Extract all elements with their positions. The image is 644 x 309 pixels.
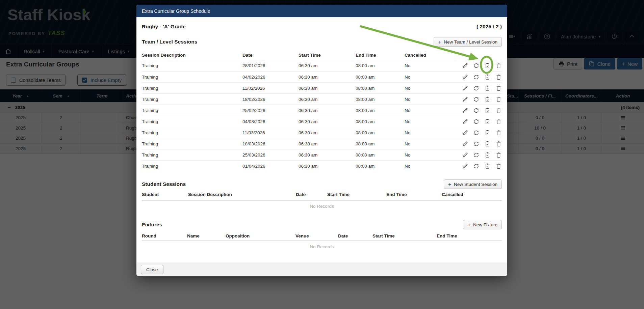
edit-icon[interactable]: [462, 152, 468, 158]
delete-icon[interactable]: [495, 107, 502, 114]
repeat-icon[interactable]: [473, 163, 480, 169]
edit-icon[interactable]: [462, 96, 468, 103]
team-session-row: Training25/03/202606:30 am08:00 amNo: [142, 149, 502, 160]
session-date: 25/02/2026: [242, 108, 299, 113]
delete-icon[interactable]: [495, 118, 502, 125]
edit-icon[interactable]: [462, 163, 468, 169]
repeat-icon[interactable]: [473, 107, 480, 114]
team-session-row: Training25/02/202606:30 am08:00 amNo: [142, 105, 502, 116]
repeat-icon[interactable]: [473, 62, 480, 69]
session-start-time: 06:30 am: [299, 97, 356, 102]
repeat-icon[interactable]: [473, 118, 480, 125]
team-sessions-heading: Team / Level Sessions: [142, 39, 197, 45]
col-venue: Venue: [295, 233, 338, 238]
delete-icon[interactable]: [495, 96, 502, 103]
delete-icon[interactable]: [495, 152, 502, 158]
group-name: Rugby - 'A' Grade: [142, 24, 186, 30]
session-start-time: 06:30 am: [299, 164, 356, 169]
session-end-time: 08:00 am: [356, 108, 405, 113]
delete-icon[interactable]: [495, 130, 502, 136]
col-opposition: Opposition: [226, 233, 295, 238]
attendance-icon[interactable]: [484, 96, 491, 103]
session-start-time: 06:30 am: [299, 86, 356, 91]
row-actions: [456, 96, 502, 103]
row-actions: [456, 163, 502, 169]
fixtures-empty: No Records: [142, 241, 502, 252]
edit-icon[interactable]: [462, 118, 468, 125]
delete-icon[interactable]: [495, 141, 502, 147]
session-cancelled: No: [405, 108, 456, 113]
edit-icon[interactable]: [462, 85, 468, 91]
repeat-icon[interactable]: [473, 74, 480, 80]
session-date: 04/02/2026: [242, 75, 299, 80]
new-team-session-button[interactable]: + New Team / Level Session: [434, 37, 502, 47]
delete-icon[interactable]: [495, 62, 502, 69]
col-end-time: End Time: [437, 233, 502, 238]
repeat-icon[interactable]: [473, 152, 480, 158]
session-cancelled: No: [405, 164, 456, 169]
col-cancelled: Cancelled: [405, 53, 456, 58]
session-end-time: 08:00 am: [356, 63, 405, 68]
session-description: Training: [142, 130, 242, 135]
col-session-description: Session Description: [142, 53, 242, 58]
session-end-time: 08:00 am: [356, 119, 405, 124]
session-end-time: 08:00 am: [356, 152, 405, 158]
student-sessions-table-header: Student Session Description Date Start T…: [142, 191, 502, 200]
delete-icon[interactable]: [495, 85, 502, 91]
team-session-row: Training28/01/202606:30 am08:00 amNo: [142, 60, 502, 71]
session-start-time: 06:30 am: [299, 75, 356, 80]
edit-icon[interactable]: [462, 62, 468, 69]
new-student-session-button[interactable]: + New Student Session: [444, 179, 502, 189]
col-session-description: Session Description: [188, 192, 296, 197]
attendance-icon[interactable]: [484, 74, 491, 80]
session-end-time: 08:00 am: [356, 130, 405, 135]
delete-icon[interactable]: [495, 74, 502, 80]
attendance-icon[interactable]: [484, 62, 491, 69]
edit-icon[interactable]: [462, 141, 468, 147]
session-cancelled: No: [405, 75, 456, 80]
edit-icon[interactable]: [462, 130, 468, 136]
attendance-icon[interactable]: [484, 163, 491, 169]
session-description: Training: [142, 164, 242, 169]
repeat-icon[interactable]: [473, 85, 480, 91]
session-start-time: 06:30 am: [299, 130, 356, 135]
session-cancelled: No: [405, 86, 456, 91]
repeat-icon[interactable]: [473, 141, 480, 147]
repeat-icon[interactable]: [473, 96, 480, 103]
col-end-time: End Time: [386, 192, 442, 197]
attendance-icon[interactable]: [484, 85, 491, 91]
session-description: Training: [142, 119, 242, 124]
col-date: Date: [338, 233, 372, 238]
row-actions: [456, 85, 502, 91]
delete-icon[interactable]: [495, 163, 502, 169]
edit-icon[interactable]: [462, 74, 468, 80]
close-button[interactable]: Close: [141, 265, 163, 274]
session-start-time: 06:30 am: [299, 152, 356, 158]
student-sessions-table: Student Session Description Date Start T…: [142, 191, 502, 212]
col-start-time: Start Time: [327, 192, 386, 197]
team-session-row: Training11/02/202606:30 am08:00 amNo: [142, 82, 502, 93]
session-description: Training: [142, 75, 242, 80]
group-period: ( 2025 / 2 ): [476, 24, 502, 30]
attendance-icon[interactable]: [484, 141, 491, 147]
session-date: 18/02/2026: [242, 97, 299, 102]
session-description: Training: [142, 63, 242, 68]
attendance-icon[interactable]: [484, 107, 491, 114]
text-cursor: [141, 8, 141, 13]
session-cancelled: No: [405, 97, 456, 102]
schedule-modal: Extra Curricular Group Schedule Rugby - …: [136, 5, 507, 276]
attendance-icon[interactable]: [484, 130, 491, 136]
team-session-row: Training18/03/202606:30 am08:00 amNo: [142, 138, 502, 149]
session-end-time: 08:00 am: [356, 97, 405, 102]
modal-body: Rugby - 'A' Grade ( 2025 / 2 ) Team / Le…: [136, 17, 507, 263]
row-actions: [456, 74, 502, 80]
team-sessions-table: Session Description Date Start Time End …: [142, 51, 502, 171]
row-actions: [456, 62, 502, 69]
edit-icon[interactable]: [462, 107, 468, 114]
attendance-icon[interactable]: [484, 118, 491, 125]
new-fixture-button[interactable]: + New Fixture: [463, 220, 502, 229]
modal-title: Extra Curricular Group Schedule: [142, 8, 210, 14]
attendance-icon[interactable]: [484, 152, 491, 158]
new-fixture-label: New Fixture: [473, 222, 497, 227]
repeat-icon[interactable]: [473, 130, 480, 136]
